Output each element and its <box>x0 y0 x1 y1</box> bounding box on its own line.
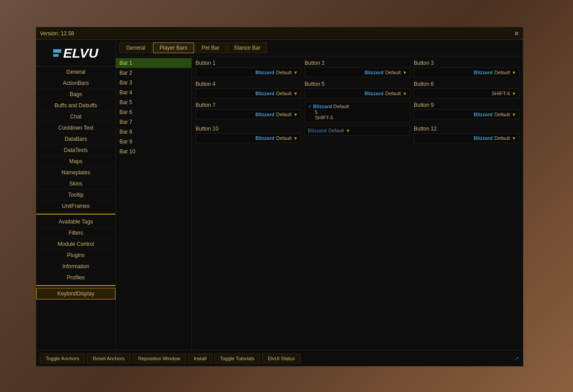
button-1-label: Button 1 <box>195 60 301 66</box>
button-9-label: Button 9 <box>414 102 519 108</box>
button-10-dropdown[interactable]: Blizzard Default ▼ <box>195 133 301 143</box>
sidebar-item-profiles[interactable]: Profiles <box>36 272 115 283</box>
sidebar-item-available-tags[interactable]: Available Tags <box>36 216 115 228</box>
tab-bar: General Player Bars Pet Bar Stance Bar <box>116 40 523 56</box>
sidebar-item-general[interactable]: General <box>36 67 115 78</box>
button-10-arrow: ▼ <box>293 136 298 141</box>
bar-item-9[interactable]: Bar 9 <box>116 137 191 147</box>
button-9-dropdown[interactable]: Blizzard Default ▼ <box>414 110 519 119</box>
sidebar-item-buffs[interactable]: Buffs and Debuffs <box>36 100 115 111</box>
button-1-default: Default <box>276 70 292 75</box>
button-7-arrow: ▼ <box>293 112 298 117</box>
tab-stance-bar[interactable]: Stance Bar <box>227 42 267 53</box>
button-12-label: Button 12 <box>414 126 519 132</box>
button-5-default: Default <box>385 91 401 96</box>
bar-item-10[interactable]: Bar 10 <box>116 147 191 156</box>
button-10-blizzard: Blizzard <box>255 135 274 141</box>
button-3-blizzard: Blizzard <box>474 70 492 75</box>
button-8-blizzard: Blizzard <box>313 104 332 109</box>
sidebar-item-maps[interactable]: Maps <box>36 156 115 167</box>
sidebar-item-cooldown[interactable]: Cooldown Text <box>36 122 115 134</box>
button-cell-7: Button 7 Blizzard Default ▼ <box>195 102 301 122</box>
button-2-arrow: ▼ <box>403 70 407 75</box>
sidebar-item-databars[interactable]: DataBars <box>36 134 115 145</box>
button-cell-2: Button 2 Blizzard Default ▼ <box>305 60 410 77</box>
button-8-num: 5 <box>308 110 407 115</box>
bar-item-8[interactable]: Bar 8 <box>116 127 191 137</box>
button-6-arrow: ▼ <box>512 91 516 96</box>
button-cell-5: Button 5 Blizzard Default ▼ <box>305 81 410 98</box>
bottom-bar: Toggle Anchors Reset Anchors Reposition … <box>36 350 523 366</box>
button-4-arrow: ▼ <box>293 91 298 96</box>
button-3-label: Button 3 <box>414 60 519 66</box>
logo-rects <box>53 49 61 57</box>
button-8-default: Default <box>333 104 349 109</box>
button-12-dropdown[interactable]: Blizzard Default ▼ <box>414 133 519 143</box>
reset-anchors-button[interactable]: Reset Anchors <box>87 354 131 363</box>
button-cell-3: Button 3 Blizzard Default ▼ <box>414 60 519 77</box>
button-cell-8: ✓ Blizzard Default 5 SHIFT-5 <box>305 102 410 122</box>
button-12-blizzard: Blizzard <box>474 135 492 141</box>
logo-text: ELVU <box>63 46 98 61</box>
panel-content: Bar 1 Bar 2 Bar 3 Bar 4 Bar 5 Bar 6 Bar … <box>116 56 523 350</box>
bar-item-7[interactable]: Bar 7 <box>116 117 191 127</box>
sidebar-item-tooltip[interactable]: Tooltip <box>36 190 115 201</box>
button-8-checkmark: ✓ <box>308 104 312 109</box>
button-5-label: Button 5 <box>305 81 410 87</box>
button-6-label: Button 6 <box>414 81 519 87</box>
bar-item-4[interactable]: Bar 4 <box>116 88 191 97</box>
button-6-dropdown[interactable]: SHIFT-6 ▼ <box>414 89 519 98</box>
reposition-window-button[interactable]: Reposition Window <box>132 354 186 363</box>
tab-general[interactable]: General <box>119 42 152 53</box>
button-8-multi[interactable]: ✓ Blizzard Default 5 SHIFT-5 <box>305 102 410 122</box>
elvui-status-button[interactable]: ElvUI Status <box>262 354 301 363</box>
button-7-default: Default <box>276 112 292 117</box>
button-7-dropdown[interactable]: Blizzard Default ▼ <box>195 110 301 119</box>
sidebar-item-plugins[interactable]: Plugins <box>36 250 115 261</box>
sidebar-item-bags[interactable]: Bags <box>36 89 115 100</box>
button-cell-12: Button 12 Blizzard Default ▼ <box>414 126 519 143</box>
sidebar-item-skins[interactable]: Skins <box>36 178 115 190</box>
sidebar-item-actionbars[interactable]: ActionBars <box>36 78 115 89</box>
sidebar-item-filters[interactable]: Filters <box>36 228 115 239</box>
button-5-dropdown[interactable]: Blizzard Default ▼ <box>305 89 410 98</box>
sidebar-item-unitframes[interactable]: UnitFrames <box>36 201 115 212</box>
button-cell-4: Button 4 Blizzard Default ▼ <box>195 81 301 98</box>
sidebar-item-information[interactable]: Information <box>36 261 115 272</box>
sidebar-item-keybind-display[interactable]: KeybindDisplay <box>36 288 115 299</box>
logo-area: ELVU <box>36 40 115 67</box>
button-3-dropdown[interactable]: Blizzard Default ▼ <box>414 67 519 77</box>
button-11-default: Default <box>328 128 344 133</box>
button-10-default: Default <box>276 135 292 141</box>
button-5-blizzard: Blizzard <box>365 91 383 96</box>
bar-item-3[interactable]: Bar 3 <box>116 78 191 88</box>
bar-item-1[interactable]: Bar 1 <box>116 58 191 68</box>
sidebar-item-module-control[interactable]: Module Control <box>36 239 115 250</box>
button-2-dropdown[interactable]: Blizzard Default ▼ <box>305 67 410 77</box>
tab-player-bars[interactable]: Player Bars <box>153 42 194 53</box>
install-button[interactable]: Install <box>188 354 212 363</box>
toggle-tutorials-button[interactable]: Toggle Tutorials <box>214 354 260 363</box>
button-11-dropdown[interactable]: Blizzard Default ▼ <box>305 126 410 135</box>
tab-pet-bar[interactable]: Pet Bar <box>195 42 226 53</box>
bar-item-6[interactable]: Bar 6 <box>116 107 191 117</box>
sidebar-divider-2 <box>36 285 115 286</box>
button-10-label: Button 10 <box>195 126 301 132</box>
sidebar-item-nameplates[interactable]: Nameplates <box>36 167 115 178</box>
bar-item-2[interactable]: Bar 2 <box>116 68 191 78</box>
logo-rect-top <box>53 49 61 53</box>
sidebar-item-datatexts[interactable]: DataTexts <box>36 145 115 156</box>
sidebar-item-chat[interactable]: Chat <box>36 111 115 122</box>
button-7-label: Button 7 <box>195 102 301 108</box>
logo-rect-bottom <box>53 54 59 57</box>
bar-item-5[interactable]: Bar 5 <box>116 97 191 107</box>
button-9-arrow: ▼ <box>512 112 516 117</box>
toggle-anchors-button[interactable]: Toggle Anchors <box>40 354 85 363</box>
button-4-dropdown[interactable]: Blizzard Default ▼ <box>195 89 301 98</box>
button-8-shift: SHIFT-5 <box>308 115 407 120</box>
close-button[interactable]: ✕ <box>514 30 519 37</box>
button-4-blizzard: Blizzard <box>255 91 274 96</box>
button-2-label: Button 2 <box>305 60 410 66</box>
button-1-blizzard: Blizzard <box>255 70 274 75</box>
button-1-dropdown[interactable]: Blizzard Default ▼ <box>195 67 301 77</box>
